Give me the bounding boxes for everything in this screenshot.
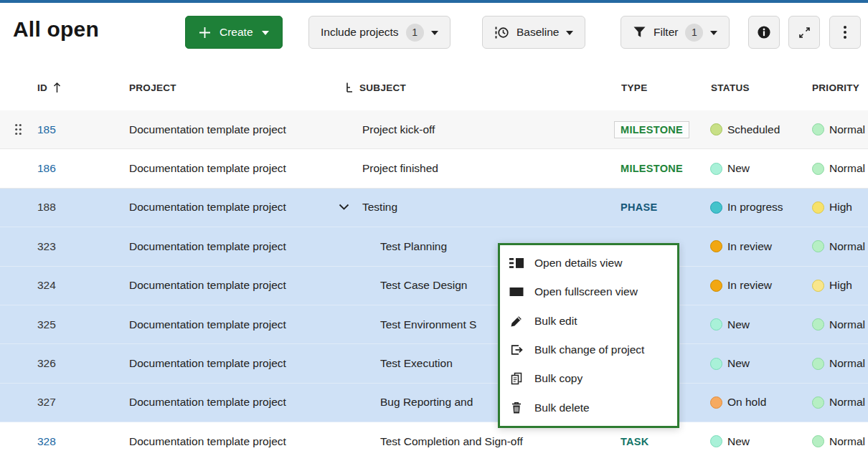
subject-text[interactable]: Project finished xyxy=(362,162,438,175)
project-name[interactable]: Documentation template project xyxy=(129,240,286,253)
project-name[interactable]: Documentation template project xyxy=(129,162,286,175)
project-name[interactable]: Documentation template project xyxy=(129,318,286,331)
column-header-subject[interactable]: SUBJECT xyxy=(345,65,406,110)
hierarchy-icon xyxy=(345,82,354,93)
type-label[interactable]: MILESTONE xyxy=(621,163,683,174)
create-button[interactable]: Create xyxy=(185,16,283,49)
project-name[interactable]: Documentation template project xyxy=(129,201,286,214)
include-projects-label: Include projects xyxy=(321,26,399,39)
menu-item-bulk-edit[interactable]: Bulk edit xyxy=(500,307,677,336)
project-name[interactable]: Documentation template project xyxy=(129,396,286,409)
work-package-id-link[interactable]: 327 xyxy=(37,396,56,409)
status-label[interactable]: Scheduled xyxy=(727,123,780,136)
work-package-id-link[interactable]: 325 xyxy=(37,318,56,331)
priority-label[interactable]: Normal xyxy=(829,396,865,409)
menu-item-bulk-delete[interactable]: Bulk delete xyxy=(500,393,677,422)
subject-text[interactable]: Test Environment S xyxy=(380,318,476,331)
menu-item-open-details-view[interactable]: Open details view xyxy=(500,249,677,277)
plus-icon xyxy=(199,27,211,39)
chevron-down-icon xyxy=(431,31,438,35)
menu-item-bulk-change-of-project[interactable]: Bulk change of project xyxy=(500,336,677,364)
status-label[interactable]: New xyxy=(727,435,750,448)
work-package-id-link[interactable]: 188 xyxy=(37,201,56,214)
filter-button[interactable]: Filter 1 xyxy=(621,16,730,49)
info-button[interactable] xyxy=(748,16,780,49)
project-name[interactable]: Documentation template project xyxy=(129,123,286,136)
table-row[interactable]: 327 Documentation template project Bug R… xyxy=(0,384,868,422)
priority-color-dot xyxy=(812,358,824,370)
priority-color-dot xyxy=(812,201,824,214)
baseline-label: Baseline xyxy=(516,26,559,39)
status-color-dot xyxy=(710,435,722,447)
subject-text[interactable]: Test Case Design xyxy=(380,279,467,292)
priority-label[interactable]: Normal xyxy=(829,357,865,370)
table-row[interactable]: 326 Documentation template project Test … xyxy=(0,344,868,383)
subject-text[interactable]: Bug Reporting and xyxy=(380,396,473,409)
status-label[interactable]: In review xyxy=(727,240,772,253)
work-package-id-link[interactable]: 186 xyxy=(37,162,56,175)
page-title: All open xyxy=(13,17,99,42)
column-header-type[interactable]: TYPE xyxy=(621,65,647,110)
table-row[interactable]: 185 Documentation template project Proje… xyxy=(0,110,868,149)
delete-icon xyxy=(509,401,524,414)
priority-label[interactable]: Normal xyxy=(829,123,865,136)
subject-text[interactable]: Test Completion and Sign-off xyxy=(380,435,523,448)
drag-handle-icon[interactable] xyxy=(14,123,22,136)
status-color-dot xyxy=(710,123,722,136)
info-icon xyxy=(757,25,771,39)
project-name[interactable]: Documentation template project xyxy=(129,435,286,448)
filter-label: Filter xyxy=(654,26,678,39)
priority-color-dot xyxy=(812,240,824,252)
subject-text[interactable]: Test Planning xyxy=(380,240,447,253)
column-header-priority[interactable]: PRIORITY xyxy=(812,65,859,110)
type-label[interactable]: MILESTONE xyxy=(614,121,689,138)
priority-label[interactable]: High xyxy=(829,201,852,214)
expand-fullscreen-icon xyxy=(798,26,811,39)
chevron-down-icon xyxy=(262,31,269,35)
include-projects-count-badge: 1 xyxy=(406,24,424,42)
more-options-button[interactable] xyxy=(829,16,861,49)
table-row[interactable]: 323 Documentation template project Test … xyxy=(0,227,868,266)
collapse-hierarchy-chevron-icon[interactable] xyxy=(339,204,349,211)
include-projects-button[interactable]: Include projects 1 xyxy=(308,16,450,49)
subject-text[interactable]: Project kick-off xyxy=(362,123,435,136)
priority-label[interactable]: Normal xyxy=(829,240,865,253)
fullscreen-toggle-button[interactable] xyxy=(788,16,820,49)
work-package-id-link[interactable]: 328 xyxy=(37,435,56,448)
table-row[interactable]: 324 Documentation template project Test … xyxy=(0,267,868,305)
status-label[interactable]: New xyxy=(727,318,750,331)
status-label[interactable]: In review xyxy=(727,279,772,292)
table-row[interactable]: 328 Documentation template project Test … xyxy=(0,422,868,461)
status-label[interactable]: New xyxy=(727,162,750,175)
menu-item-bulk-copy[interactable]: Bulk copy xyxy=(500,364,677,393)
status-label[interactable]: In progress xyxy=(727,201,783,214)
table-row[interactable]: 186 Documentation template project Proje… xyxy=(0,149,868,188)
status-label[interactable]: On hold xyxy=(727,396,766,409)
menu-item-open-fullscreen-view[interactable]: Open fullscreen view xyxy=(500,277,677,306)
priority-color-dot xyxy=(812,163,824,175)
type-label[interactable]: PHASE xyxy=(621,201,657,213)
subject-text[interactable]: Test Execution xyxy=(380,357,453,370)
priority-label[interactable]: Normal xyxy=(829,435,865,448)
priority-label[interactable]: Normal xyxy=(829,162,865,175)
project-name[interactable]: Documentation template project xyxy=(129,357,286,370)
work-package-id-link[interactable]: 323 xyxy=(37,240,56,253)
work-package-id-link[interactable]: 326 xyxy=(37,357,56,370)
priority-label[interactable]: Normal xyxy=(829,318,865,331)
work-package-id-link[interactable]: 185 xyxy=(37,123,56,136)
edit-icon xyxy=(509,315,524,328)
column-header-id[interactable]: ID xyxy=(37,65,61,110)
table-row[interactable]: 325 Documentation template project Test … xyxy=(0,305,868,344)
table-header-row: ID PROJECT SUBJECT TYPE STATUS PRIORITY xyxy=(0,65,868,110)
work-package-id-link[interactable]: 324 xyxy=(37,279,56,292)
subject-text[interactable]: Testing xyxy=(362,201,397,214)
priority-label[interactable]: High xyxy=(829,279,852,292)
status-label[interactable]: New xyxy=(727,357,750,370)
status-color-dot xyxy=(710,163,722,175)
type-label[interactable]: TASK xyxy=(621,436,649,447)
baseline-button[interactable]: Baseline xyxy=(482,16,585,49)
table-row[interactable]: 188 Documentation template project Testi… xyxy=(0,189,868,227)
column-header-project[interactable]: PROJECT xyxy=(129,65,176,110)
column-header-status[interactable]: STATUS xyxy=(711,65,750,110)
project-name[interactable]: Documentation template project xyxy=(129,279,286,292)
